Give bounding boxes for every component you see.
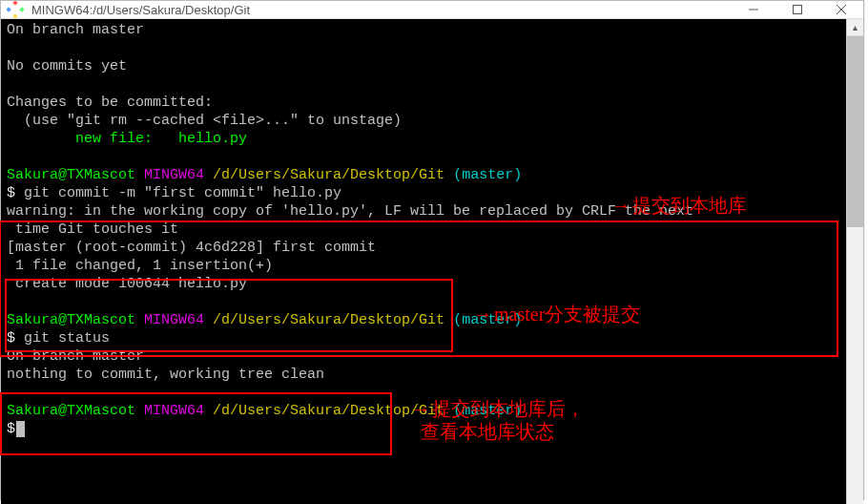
prompt-path: /d/Users/Sakura/Desktop/Git (213, 403, 444, 419)
prompt-branch: (master) (453, 312, 522, 328)
terminal[interactable]: On branch master No commits yet Changes … (1, 19, 829, 504)
prompt-user: Sakura@TXMascot (7, 312, 135, 328)
commit-result: 1 file changed, 1 insertion(+) (7, 258, 273, 274)
close-button[interactable] (819, 1, 863, 18)
prompt-branch: (master) (453, 403, 522, 419)
maximize-button[interactable] (775, 1, 819, 18)
commit-result: create mode 100644 hello.py (7, 276, 247, 292)
cursor-icon (16, 421, 25, 437)
titlebar: MINGW64:/d/Users/Sakura/Desktop/Git (1, 1, 863, 19)
commit-result: [master (root-commit) 4c6d228] first com… (7, 240, 376, 256)
window-controls (732, 1, 863, 18)
scroll-thumb[interactable] (847, 36, 863, 227)
svg-rect-1 (7, 7, 11, 12)
svg-rect-0 (12, 1, 18, 6)
new-file-name: hello.py (178, 131, 247, 147)
commit-command: git commit -m "first commit" hello.py (24, 185, 341, 201)
terminal-area: On branch master No commits yet Changes … (1, 19, 863, 504)
cmd-prefix: $ (7, 421, 15, 437)
prompt-shell: MINGW64 (144, 167, 204, 183)
minimize-button[interactable] (732, 1, 775, 18)
prompt-user: Sakura@TXMascot (7, 167, 135, 183)
status-line: No commits yet (7, 58, 127, 74)
annotation-label: 查看本地库状态 (421, 421, 554, 442)
svg-rect-2 (19, 7, 24, 12)
status-line: nothing to commit, working tree clean (7, 367, 324, 383)
app-window: MINGW64:/d/Users/Sakura/Desktop/Git On b… (0, 0, 864, 500)
window-title: MINGW64:/d/Users/Sakura/Desktop/Git (30, 3, 732, 17)
prompt-shell: MINGW64 (144, 403, 204, 419)
scroll-up-button[interactable]: ▴ (847, 19, 863, 36)
svg-rect-3 (12, 13, 18, 18)
prompt-branch: (master) (453, 167, 522, 183)
commit-warning: warning: in the working copy of 'hello.p… (7, 203, 693, 238)
status-line: Changes to be committed: (7, 94, 213, 111)
annotation-box (0, 392, 392, 455)
prompt-user: Sakura@TXMascot (7, 403, 135, 419)
svg-rect-5 (794, 6, 802, 14)
prompt-path: /d/Users/Sakura/Desktop/Git (213, 167, 444, 183)
scrollbar[interactable]: ▴ ▾ (846, 19, 863, 504)
cmd-prefix: $ (7, 330, 24, 346)
status-line: On branch master (7, 22, 144, 38)
app-icon (7, 1, 24, 18)
prompt-shell: MINGW64 (144, 312, 204, 328)
status-line: (use "git rm --cached <file>..." to unst… (7, 113, 402, 129)
cmd-prefix: $ (7, 185, 24, 201)
new-file-label: new file: (7, 131, 178, 147)
status-line: On branch master (7, 348, 144, 365)
prompt-path: /d/Users/Sakura/Desktop/Git (213, 312, 444, 328)
status-command: git status (24, 330, 110, 346)
